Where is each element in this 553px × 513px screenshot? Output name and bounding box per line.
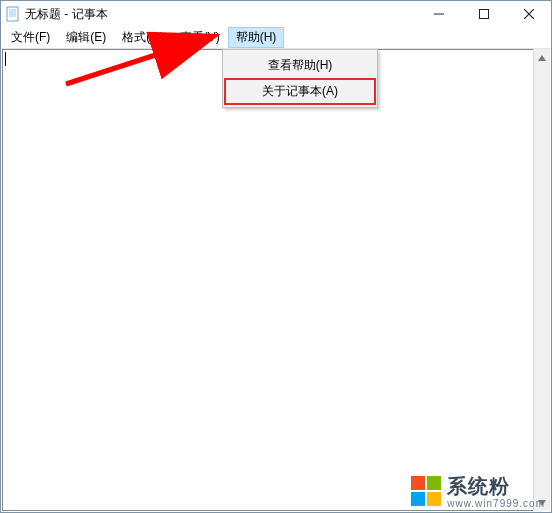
- logo-tile-tl: [411, 476, 425, 490]
- logo-tile-tr: [427, 476, 441, 490]
- title-bar[interactable]: 无标题 - 记事本: [1, 1, 551, 27]
- maximize-button[interactable]: [461, 1, 506, 27]
- help-dropdown: 查看帮助(H) 关于记事本(A): [222, 49, 378, 108]
- watermark-logo-icon: [411, 476, 441, 506]
- text-caret: [5, 52, 6, 66]
- vertical-scrollbar[interactable]: [533, 49, 550, 511]
- notepad-app-icon: [5, 6, 21, 22]
- close-button[interactable]: [506, 1, 551, 27]
- notepad-window: 无标题 - 记事本 文件(F) 编辑(E) 格式(O) 查看(V) 帮助(H): [0, 0, 552, 513]
- window-controls: [416, 1, 551, 27]
- watermark: 系统粉 www.win7999.com: [411, 473, 545, 509]
- menu-view[interactable]: 查看(V): [172, 27, 228, 48]
- svg-rect-6: [479, 10, 488, 19]
- scroll-up-button[interactable]: [534, 49, 550, 66]
- help-about-item[interactable]: 关于记事本(A): [225, 79, 375, 104]
- watermark-title: 系统粉: [447, 473, 545, 500]
- help-view-help-item[interactable]: 查看帮助(H): [225, 53, 375, 78]
- menu-edit[interactable]: 编辑(E): [58, 27, 114, 48]
- menu-file[interactable]: 文件(F): [3, 27, 58, 48]
- minimize-button[interactable]: [416, 1, 461, 27]
- menu-bar: 文件(F) 编辑(E) 格式(O) 查看(V) 帮助(H): [1, 27, 551, 49]
- client-area: [2, 49, 550, 511]
- text-editor[interactable]: [2, 49, 533, 511]
- logo-tile-bl: [411, 492, 425, 506]
- window-title: 无标题 - 记事本: [25, 6, 416, 23]
- menu-format[interactable]: 格式(O): [114, 27, 171, 48]
- watermark-url: www.win7999.com: [447, 498, 545, 509]
- logo-tile-br: [427, 492, 441, 506]
- watermark-text-block: 系统粉 www.win7999.com: [447, 473, 545, 509]
- menu-help[interactable]: 帮助(H): [228, 27, 285, 48]
